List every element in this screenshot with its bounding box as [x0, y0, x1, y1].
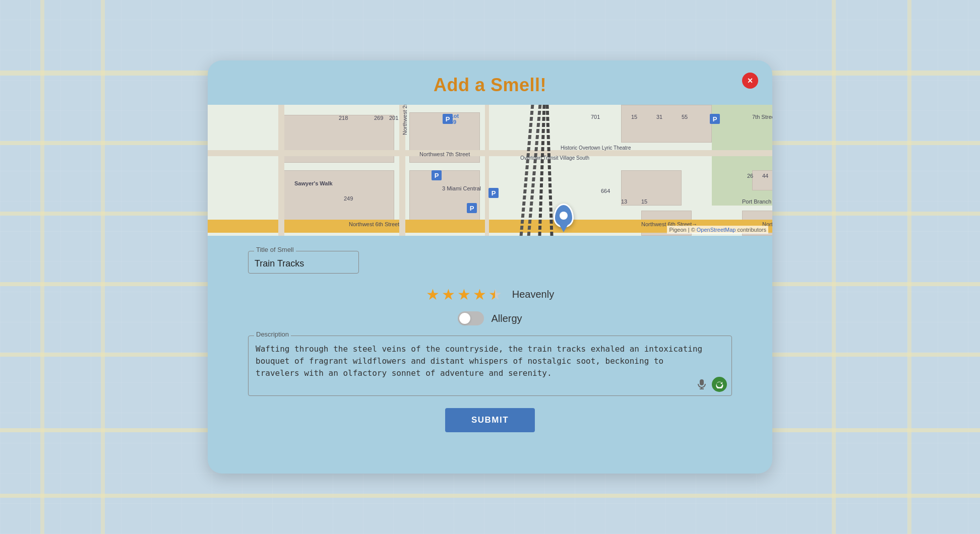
toggle-thumb	[459, 313, 470, 324]
map-pin[interactable]	[554, 204, 574, 228]
map-block	[752, 170, 772, 190]
title-input[interactable]	[248, 251, 359, 274]
parking-icon-4: P	[467, 203, 477, 213]
form-section: Title of Smell ★ ★ ★ ★ ★★ Heavenly	[208, 236, 772, 432]
submit-button[interactable]: SUBMIT	[445, 408, 535, 432]
star-2[interactable]: ★	[442, 286, 455, 303]
title-field-label: Title of Smell	[254, 246, 296, 253]
description-textarea[interactable]: Wafting through the steel veins of the c…	[248, 336, 732, 396]
map-pin-body	[554, 204, 574, 228]
toggle-section: Allergy	[248, 311, 732, 325]
submit-section: SUBMIT	[248, 408, 732, 432]
map-road-v1	[278, 105, 284, 236]
parking-label-1: Lot 59	[450, 114, 460, 124]
star-3[interactable]: ★	[457, 286, 471, 303]
map-road-v2	[399, 105, 405, 236]
attribution-text: Pigeon | ©	[669, 227, 696, 233]
toggle-track	[458, 311, 484, 325]
parking-icon-2: P	[432, 170, 442, 180]
allergy-label: Allergy	[491, 313, 522, 324]
star-5[interactable]: ★★	[488, 286, 502, 303]
svg-rect-0	[700, 379, 704, 385]
refresh-icon[interactable]	[712, 377, 727, 392]
allergy-toggle[interactable]	[458, 311, 484, 325]
modal-title: Add a Smell!	[434, 75, 546, 95]
rating-section: ★ ★ ★ ★ ★★ Heavenly	[248, 286, 732, 303]
map-block	[621, 105, 712, 143]
osm-link[interactable]: OpenStreetMap	[697, 227, 736, 233]
parking-icon-3: P	[488, 188, 499, 198]
modal-overlay: Add a Smell! ×	[0, 0, 980, 534]
close-button[interactable]: ×	[742, 73, 758, 89]
map-pin-dot	[560, 212, 568, 220]
microphone-icon[interactable]	[696, 378, 708, 390]
star-1[interactable]: ★	[426, 286, 440, 303]
description-group: Description Wafting through the steel ve…	[248, 336, 732, 398]
modal-header: Add a Smell! ×	[208, 60, 772, 105]
parking-icon-5: P	[710, 114, 720, 124]
map-road-v3	[485, 105, 489, 236]
modal-map[interactable]: Northwest 6th Street ← Northwest 6th Str…	[208, 105, 772, 236]
description-icons	[696, 377, 727, 392]
stars-container: ★ ★ ★ ★ ★★	[426, 286, 502, 303]
map-attribution: Pigeon | © OpenStreetMap contributors	[667, 226, 768, 234]
star-4[interactable]: ★	[473, 286, 486, 303]
rating-label: Heavenly	[512, 289, 554, 300]
map-road-7th	[208, 150, 772, 156]
description-label: Description	[254, 330, 291, 338]
title-field-group: Title of Smell	[248, 251, 732, 274]
attribution-contributors: contributors	[738, 227, 766, 233]
map-block	[621, 170, 682, 206]
add-smell-modal: Add a Smell! ×	[208, 60, 772, 474]
map-inner: Northwest 6th Street ← Northwest 6th Str…	[208, 105, 772, 236]
